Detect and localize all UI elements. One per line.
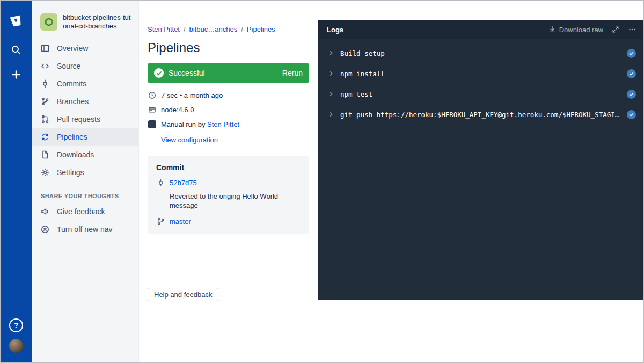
chevron-right-icon bbox=[328, 70, 334, 77]
repo-avatar bbox=[40, 13, 57, 31]
step-success-icon bbox=[627, 49, 636, 58]
status-banner: Successful Rerun bbox=[148, 63, 309, 83]
repo-name: bitbucket-pipelines-tutorial-cd-branches bbox=[63, 13, 131, 31]
commit-hash-row: 52b7d75 bbox=[156, 178, 301, 187]
branch-icon bbox=[156, 217, 165, 226]
image-row: node:4.6.0 bbox=[148, 105, 309, 114]
global-nav: ? bbox=[1, 1, 32, 362]
sidebar-item-label: Branches bbox=[57, 97, 89, 106]
sidebar-item-source[interactable]: Source bbox=[32, 57, 138, 75]
chevron-right-icon bbox=[328, 111, 334, 118]
ellipsis-icon bbox=[628, 26, 636, 33]
help-button[interactable]: ? bbox=[9, 318, 23, 332]
trigger-prefix: Manual run by bbox=[161, 120, 207, 128]
log-step-npm-install[interactable]: npm install bbox=[318, 63, 644, 84]
commit-hash-link[interactable]: 52b7d75 bbox=[170, 179, 197, 187]
commit-heading: Commit bbox=[156, 163, 301, 172]
source-icon bbox=[41, 62, 49, 70]
repo-sidebar: bitbucket-pipelines-tutorial-cd-branches… bbox=[32, 1, 139, 362]
repo-header[interactable]: bitbucket-pipelines-tutorial-cd-branches bbox=[32, 9, 138, 39]
breadcrumb-repo-link[interactable]: bitbuc…anches bbox=[180, 25, 237, 33]
breadcrumb-pipelines-link[interactable]: Pipelines bbox=[237, 25, 275, 33]
success-check-icon bbox=[154, 68, 164, 78]
rerun-button[interactable]: Rerun bbox=[282, 69, 303, 77]
sidebar-item-settings[interactable]: Settings bbox=[32, 163, 138, 181]
log-step-git-push[interactable]: git push https://heroku:$HEROKU_API_KEY@… bbox=[318, 104, 644, 125]
log-step-label: git push https://heroku:$HEROKU_API_KEY@… bbox=[340, 111, 621, 119]
duration-row: 7 sec • a month ago bbox=[148, 91, 309, 99]
sidebar-item-label: Commits bbox=[57, 79, 86, 88]
step-success-icon bbox=[627, 90, 636, 99]
sidebar-item-label: Overview bbox=[57, 44, 88, 53]
commit-message: Reverted to the origing Hello World mess… bbox=[170, 192, 301, 210]
logs-title: Logs bbox=[327, 26, 343, 34]
pipeline-details: 7 sec • a month ago node:4.6.0 Manual ru… bbox=[148, 91, 309, 144]
log-step-npm-test[interactable]: npm test bbox=[318, 84, 644, 104]
sidebar-item-pipelines[interactable]: Pipelines bbox=[32, 128, 138, 146]
sidebar-footer-nav: Give feedback Turn off new nav bbox=[32, 202, 138, 238]
sidebar-item-label: Source bbox=[57, 62, 80, 70]
log-step-label: Build setup bbox=[340, 49, 385, 57]
sidebar-item-label: Settings bbox=[57, 168, 84, 177]
download-raw-button[interactable]: Download raw bbox=[548, 26, 603, 34]
commits-icon bbox=[41, 79, 49, 88]
logs-body: Build setup npm install npm test bbox=[318, 39, 644, 125]
branch-link[interactable]: master bbox=[170, 217, 191, 226]
search-icon bbox=[11, 45, 21, 55]
branches-icon bbox=[41, 97, 49, 106]
overview-icon bbox=[41, 44, 49, 53]
user-avatar[interactable] bbox=[9, 339, 23, 353]
sidebar-item-commits[interactable]: Commits bbox=[32, 75, 138, 92]
sidebar-item-label: Turn off new nav bbox=[57, 225, 113, 234]
sidebar-item-label: Downloads bbox=[57, 150, 94, 159]
bitbucket-pipelines-page: ? bitbucket-pipelines-tutorial-cd-branch… bbox=[0, 0, 644, 363]
repo-nav: Overview Source Commits Branches bbox=[32, 39, 138, 181]
download-icon bbox=[548, 26, 556, 33]
downloads-icon bbox=[41, 150, 49, 159]
create-button[interactable] bbox=[8, 66, 25, 83]
plus-icon bbox=[11, 69, 21, 80]
sidebar-item-pull-requests[interactable]: Pull requests bbox=[32, 110, 138, 128]
search-button[interactable] bbox=[8, 41, 25, 59]
bitbucket-logo[interactable] bbox=[8, 12, 25, 30]
help-glyph: ? bbox=[14, 321, 19, 330]
view-configuration-link[interactable]: View configuration bbox=[161, 136, 309, 144]
more-options-button[interactable] bbox=[628, 26, 636, 33]
build-image-icon bbox=[148, 105, 156, 114]
logs-header: Logs Download raw bbox=[318, 20, 644, 39]
chevron-right-icon bbox=[328, 91, 334, 97]
megaphone-icon bbox=[41, 207, 49, 216]
pull-requests-icon bbox=[41, 115, 49, 124]
breadcrumb-user-link[interactable]: Sten Pittet bbox=[148, 25, 180, 33]
settings-gear-icon bbox=[41, 168, 49, 177]
trigger-row: Manual run by Sten Pittet bbox=[148, 120, 309, 128]
expand-logs-button[interactable] bbox=[612, 26, 619, 33]
expand-icon bbox=[612, 26, 619, 33]
commit-icon bbox=[156, 178, 165, 187]
step-success-icon bbox=[627, 110, 636, 119]
step-success-icon bbox=[627, 69, 636, 78]
bitbucket-logo-icon bbox=[8, 13, 25, 30]
sidebar-item-label: Give feedback bbox=[57, 207, 105, 216]
sidebar-item-overview[interactable]: Overview bbox=[32, 39, 138, 57]
log-step-label: npm install bbox=[340, 70, 385, 78]
trigger-text: Manual run by Sten Pittet bbox=[161, 120, 239, 128]
clock-icon bbox=[148, 91, 156, 99]
log-step-build-setup[interactable]: Build setup bbox=[318, 43, 644, 63]
trigger-author-link[interactable]: Sten Pittet bbox=[207, 120, 239, 128]
commit-card: Commit 52b7d75 Reverted to the origing H… bbox=[148, 156, 309, 234]
sidebar-item-label: Pull requests bbox=[57, 115, 100, 124]
sidebar-item-label: Pipelines bbox=[57, 133, 87, 141]
sidebar-item-branches[interactable]: Branches bbox=[32, 92, 138, 110]
sidebar-item-give-feedback[interactable]: Give feedback bbox=[32, 202, 138, 220]
sidebar-item-turn-off-new-nav[interactable]: Turn off new nav bbox=[32, 220, 138, 238]
pipelines-icon bbox=[41, 133, 49, 141]
sidebar-item-downloads[interactable]: Downloads bbox=[32, 146, 138, 163]
status-label: Successful bbox=[169, 69, 205, 77]
runner-avatar bbox=[148, 120, 156, 128]
image-text: node:4.6.0 bbox=[161, 106, 194, 114]
duration-text: 7 sec • a month ago bbox=[161, 91, 223, 99]
logs-actions: Download raw bbox=[548, 26, 636, 34]
commit-branch-row: master bbox=[156, 217, 301, 226]
help-and-feedback-button[interactable]: Help and feedback bbox=[148, 288, 218, 301]
